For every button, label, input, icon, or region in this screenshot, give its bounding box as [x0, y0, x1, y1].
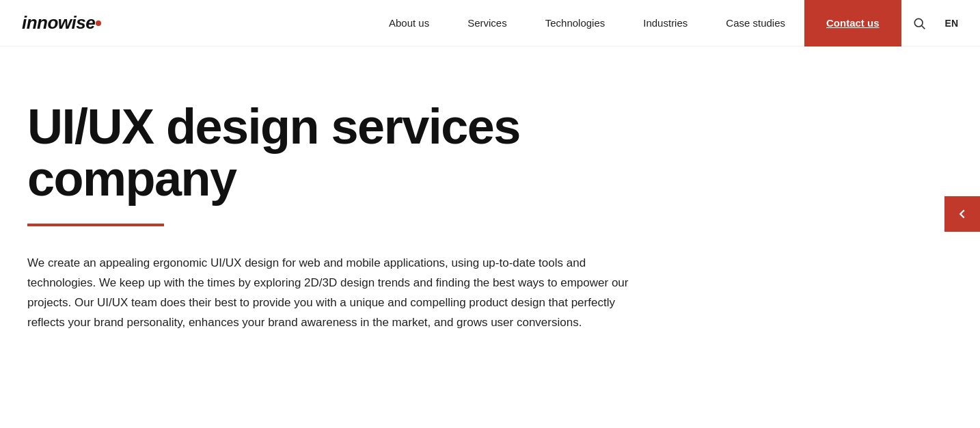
svg-point-0	[914, 18, 923, 27]
logo-text: innowise	[22, 12, 95, 34]
main-content: UI/UX design services company We create …	[0, 46, 683, 374]
search-icon	[912, 16, 926, 30]
nav-item-industries[interactable]: Industries	[624, 0, 707, 46]
contact-us-button[interactable]: Contact us	[804, 0, 901, 46]
nav-item-case-studies[interactable]: Case studies	[707, 0, 804, 46]
logo-dot	[96, 21, 101, 26]
page-title: UI/UX design services company	[27, 101, 656, 204]
nav-item-about-us[interactable]: About us	[370, 0, 448, 46]
title-underline	[27, 224, 164, 226]
logo[interactable]: innowise	[22, 12, 101, 34]
arrow-left-icon	[955, 206, 970, 222]
language-selector[interactable]: EN	[945, 18, 958, 29]
svg-line-1	[921, 25, 925, 29]
header-actions: EN	[907, 11, 958, 36]
site-header: innowise About us Services Technologies …	[0, 0, 980, 46]
nav-item-services[interactable]: Services	[448, 0, 526, 46]
main-nav: About us Services Technologies Industrie…	[370, 0, 901, 46]
page-description: We create an appealing ergonomic UI/UX d…	[27, 254, 636, 333]
back-arrow-button[interactable]	[944, 196, 980, 232]
nav-item-technologies[interactable]: Technologies	[526, 0, 625, 46]
search-button[interactable]	[907, 11, 931, 36]
